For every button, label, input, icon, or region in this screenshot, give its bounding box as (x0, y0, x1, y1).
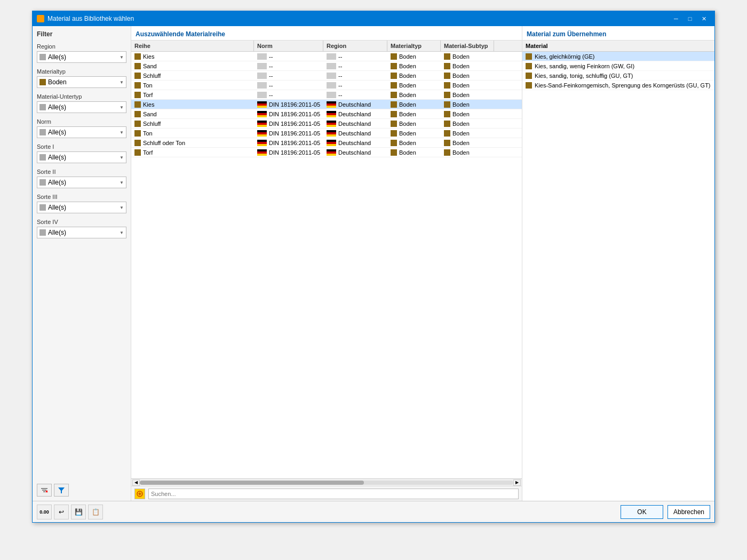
sorte1-chevron-icon: ▼ (120, 155, 124, 160)
materialtyp-icon (391, 92, 397, 98)
filter-group-untertyp: Material-Untertyp Alle(s) ▼ (37, 93, 126, 113)
flag-de-icon (327, 121, 336, 127)
right-panel: Material zum Übernehmen Material Kies, g… (522, 26, 714, 501)
ok-button[interactable]: OK (621, 505, 663, 519)
row-material-icon (134, 130, 141, 137)
cell-reihe: Kies (131, 52, 254, 61)
materialtyp-select-icon (39, 79, 46, 85)
cell-region: -- (323, 62, 387, 70)
filter-materialtyp-select[interactable]: Boden ▼ (37, 76, 126, 88)
minimize-button[interactable]: ─ (670, 13, 682, 24)
flag-gray-icon (257, 53, 267, 60)
copy-icon: 📋 (92, 508, 100, 516)
scroll-track[interactable] (140, 481, 513, 485)
table-header: Reihe Norm Region Materialtyp Material-S… (131, 41, 522, 52)
cell-region: Deutschland (323, 100, 387, 109)
filter-untertyp-select[interactable]: Alle(s) ▼ (37, 101, 126, 113)
filter-apply-button[interactable] (54, 484, 69, 497)
filter-group-sorte3: Sorte III Alle(s) ▼ (37, 194, 126, 213)
cell-reihe: Torf (131, 91, 254, 99)
materialtyp-chevron-icon: ▼ (120, 80, 124, 85)
subtyp-icon (444, 121, 450, 127)
table-row[interactable]: Schluff oder Ton DIN 18196:2011-05 (131, 138, 522, 148)
table-row[interactable]: Torf DIN 18196:2011-05 Deu (131, 148, 522, 157)
title-bar-left: Material aus Bibliothek wählen (37, 15, 134, 22)
filter-clear-button[interactable] (37, 484, 52, 497)
cell-reihe: Sand (131, 110, 254, 118)
region-chevron-icon: ▼ (120, 55, 124, 60)
table-row[interactable]: Schluff DIN 18196:2011-05 (131, 119, 522, 129)
cell-reihe: Torf (131, 148, 254, 157)
table-row[interactable]: Kies DIN 18196:2011-05 Deu (131, 100, 522, 109)
cell-reihe: Ton (131, 81, 254, 90)
col-header-region: Region (323, 41, 387, 51)
table-row[interactable]: Kies -- -- Boden (131, 52, 522, 61)
title-buttons: ─ □ ✕ (670, 13, 710, 24)
search-add-button[interactable] (134, 489, 145, 499)
cell-materialtyp: Boden (387, 71, 441, 80)
subtyp-icon (444, 92, 450, 98)
norm-chevron-icon: ▼ (120, 130, 124, 135)
cell-norm: -- (254, 71, 323, 80)
material-item[interactable]: Kies, sandig, tonig, schluffig (GU, GT) (522, 71, 714, 81)
copy-button[interactable]: 📋 (88, 505, 103, 519)
maximize-button[interactable]: □ (684, 13, 696, 24)
filter-norm-select[interactable]: Alle(s) ▼ (37, 126, 126, 138)
sorte4-chevron-icon: ▼ (120, 230, 124, 235)
app-icon (37, 15, 44, 22)
cancel-button[interactable]: Abbrechen (667, 505, 710, 519)
filter-region-select[interactable]: Alle(s) ▼ (37, 51, 126, 63)
bottom-icons: 0.00 ↩ 💾 📋 (37, 505, 103, 519)
table-row[interactable]: Schluff -- -- Boden (131, 71, 522, 81)
table-row[interactable]: Ton DIN 18196:2011-05 Deut (131, 129, 522, 138)
undo-button[interactable]: ↩ (54, 505, 69, 519)
table-row[interactable]: Sand -- -- Boden (131, 61, 522, 71)
col-header-norm: Norm (254, 41, 323, 51)
table-row[interactable]: Sand DIN 18196:2011-05 Deu (131, 109, 522, 119)
materialtyp-icon (391, 73, 397, 79)
table-row[interactable]: Torf -- -- Boden (131, 90, 522, 100)
cell-materialtyp: Boden (387, 100, 441, 109)
horizontal-scrollbar[interactable]: ◀ ▶ (131, 478, 522, 486)
cell-region: Deutschland (323, 129, 387, 138)
subtyp-icon (444, 140, 450, 146)
filter-sorte3-select[interactable]: Alle(s) ▼ (37, 202, 126, 213)
material-item[interactable]: Kies-Sand-Feinkorngemisch, Sprengung des… (522, 81, 714, 90)
filter-sorte1-select[interactable]: Alle(s) ▼ (37, 151, 126, 163)
cell-materialtyp: Boden (387, 91, 441, 99)
filter-group-materialtyp: Materialtyp Boden ▼ (37, 68, 126, 88)
close-button[interactable]: ✕ (697, 13, 710, 24)
filter-sorte4-select[interactable]: Alle(s) ▼ (37, 227, 126, 238)
norm-select-value: Alle(s) (48, 129, 66, 136)
filter-apply-icon (58, 486, 65, 494)
table-row[interactable]: Ton -- -- Boden (131, 81, 522, 90)
material-item[interactable]: Kies, sandig, wenig Feinkorn (GW, GI) (522, 61, 714, 71)
ok-cancel-buttons: OK Abbrechen (621, 505, 710, 519)
materialtyp-icon (391, 111, 397, 117)
sorte1-select-icon (39, 154, 46, 161)
flag-gray-icon (327, 92, 336, 98)
material-item[interactable]: Kies, gleichkörnig (GE) (522, 52, 714, 61)
materialtyp-select-value: Boden (48, 78, 67, 86)
scroll-right-btn[interactable]: ▶ (513, 479, 521, 486)
zoom-reset-button[interactable]: 0.00 (37, 505, 52, 519)
material-col-header: Material (522, 41, 714, 52)
bottom-bar: 0.00 ↩ 💾 📋 OK Abbrechen (33, 501, 714, 522)
flag-de-icon (257, 111, 267, 117)
search-input[interactable] (148, 489, 519, 499)
material-item-label: Kies, sandig, wenig Feinkorn (GW, GI) (535, 63, 634, 69)
subtyp-icon (444, 101, 450, 108)
main-content: Filter Region Alle(s) ▼ Materialtyp Bode… (33, 26, 714, 501)
filter-sorte2-select[interactable]: Alle(s) ▼ (37, 177, 126, 188)
material-item-icon (526, 63, 532, 69)
scroll-left-btn[interactable]: ◀ (132, 479, 140, 486)
filter-group-sorte1: Sorte I Alle(s) ▼ (37, 143, 126, 163)
cell-region: Deutschland (323, 119, 387, 128)
row-material-icon (134, 111, 141, 117)
cell-materialtyp: Boden (387, 119, 441, 128)
cell-region: -- (323, 81, 387, 90)
cell-region: Deutschland (323, 139, 387, 147)
materialtyp-icon (391, 149, 397, 156)
save-button[interactable]: 💾 (71, 505, 86, 519)
material-item-icon (526, 73, 532, 79)
